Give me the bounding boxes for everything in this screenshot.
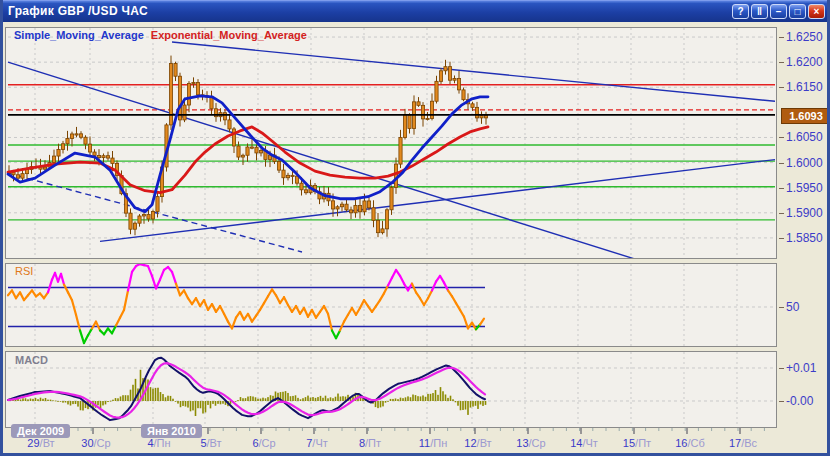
- price-tick-1.6150-tick: [779, 87, 784, 88]
- price-tick-1.6250-tick: [779, 37, 784, 38]
- date-label: 16/Сб: [670, 437, 710, 449]
- legend-ema: Exponential_Moving_Average: [151, 29, 307, 41]
- macd-level-up-tick: [779, 368, 784, 369]
- price-tick-1.5950: 1.5950: [786, 181, 823, 195]
- title-bar[interactable]: График GBP /USD ЧАС ?‖–□×: [0, 0, 830, 22]
- date-day-number: 29: [27, 437, 39, 449]
- date-label: 7/Чт: [297, 437, 337, 449]
- date-day-number: 30: [81, 437, 93, 449]
- macd-level-zero: -0.00: [786, 394, 813, 408]
- date-label: 6/Ср: [244, 437, 284, 449]
- date-label: 14/Чт: [564, 437, 604, 449]
- date-weekday: /Ср: [94, 437, 111, 449]
- date-day-number: 16: [675, 437, 687, 449]
- legend-sma: Simple_Moving_Average: [14, 29, 144, 41]
- date-day-number: 11: [419, 437, 430, 449]
- date-weekday: /Ср: [529, 437, 546, 449]
- date-weekday: /Пн: [154, 437, 171, 449]
- date-label: 4/Пн: [139, 437, 179, 449]
- price-tick-1.5950-tick: [779, 188, 784, 189]
- close-button[interactable]: ×: [808, 4, 825, 19]
- rsi-level-50-tick: [779, 307, 784, 308]
- month-tab: Янв 2010: [141, 424, 202, 438]
- price-tick-1.5850: 1.5850: [786, 231, 823, 245]
- price-tick-1.5850-tick: [779, 238, 784, 239]
- macd-level-zero-tick: [779, 401, 784, 402]
- date-day-number: 14: [570, 437, 582, 449]
- price-tick-1.5900: 1.5900: [786, 206, 823, 220]
- date-label: 11/Пн: [413, 437, 453, 449]
- chart-window: График GBP /USD ЧАС ?‖–□× Simple_Moving_…: [0, 0, 830, 456]
- date-label: 30/Ср: [76, 437, 116, 449]
- date-day-number: 13: [516, 437, 528, 449]
- current-price-box: 1.6093: [781, 108, 830, 124]
- rsi-label: RSI: [15, 265, 33, 277]
- help-button[interactable]: ?: [732, 4, 749, 19]
- date-label: 12/Вт: [458, 437, 498, 449]
- date-weekday: /Вт: [40, 437, 55, 449]
- date-weekday: /Чт: [582, 437, 597, 449]
- window-title: График GBP /USD ЧАС: [8, 4, 148, 18]
- chart-legend: Simple_Moving_AverageExponential_Moving_…: [14, 29, 307, 41]
- date-label: 13/Ср: [511, 437, 551, 449]
- price-chart-panel[interactable]: [5, 27, 777, 259]
- window-buttons: ?‖–□×: [732, 4, 825, 19]
- price-tick-1.6150: 1.6150: [786, 80, 823, 94]
- macd-label: MACD: [15, 354, 48, 366]
- date-weekday: /Пн: [430, 437, 447, 449]
- date-weekday: /Чт: [312, 437, 327, 449]
- date-tick-strip: [5, 428, 777, 436]
- date-weekday: /Пт: [365, 437, 381, 449]
- date-weekday: /Сб: [687, 437, 704, 449]
- macd-level-up: +0.01: [786, 361, 816, 375]
- maximize-button[interactable]: □: [789, 4, 806, 19]
- date-label: 29/Вт: [21, 437, 61, 449]
- date-day-number: 15: [623, 437, 635, 449]
- price-tick-1.6000-tick: [779, 163, 784, 164]
- price-tick-1.6050: 1.6050: [786, 130, 823, 144]
- date-day-number: 12: [464, 437, 476, 449]
- rsi-level-50: 50: [786, 300, 799, 314]
- date-day-number: 17: [729, 437, 741, 449]
- price-tick-1.6200: 1.6200: [786, 55, 823, 69]
- price-tick-1.6250: 1.6250: [786, 30, 823, 44]
- price-tick-1.6200-tick: [779, 62, 784, 63]
- month-tab: Дек 2009: [11, 424, 70, 438]
- date-weekday: /Пт: [635, 437, 651, 449]
- pause-button[interactable]: ‖: [751, 4, 768, 19]
- price-tick-1.5900-tick: [779, 213, 784, 214]
- date-weekday: /Вт: [477, 437, 492, 449]
- price-tick-1.6050-tick: [779, 137, 784, 138]
- date-label: 8/Пт: [350, 437, 390, 449]
- date-label: 17/Вс: [723, 437, 763, 449]
- date-weekday: /Ср: [259, 437, 276, 449]
- date-label: 15/Пт: [617, 437, 657, 449]
- date-label: 5/Вт: [191, 437, 231, 449]
- date-weekday: /Вс: [741, 437, 757, 449]
- macd-panel[interactable]: [5, 351, 777, 428]
- price-tick-1.6000: 1.6000: [786, 156, 823, 170]
- date-weekday: /Вт: [207, 437, 222, 449]
- minimize-button[interactable]: –: [770, 4, 787, 19]
- rsi-panel[interactable]: [5, 263, 777, 347]
